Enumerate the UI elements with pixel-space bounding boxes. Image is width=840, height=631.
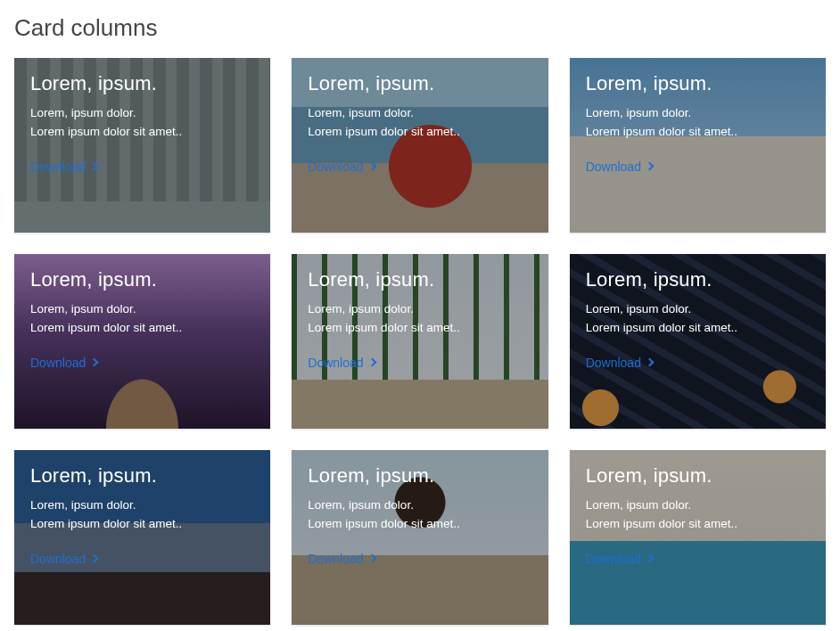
- chevron-right-icon: [90, 554, 99, 563]
- card-2: Lorem, ipsum. Lorem, ipsum dolor. Lorem …: [292, 58, 548, 233]
- card-8: Lorem, ipsum. Lorem, ipsum dolor. Lorem …: [292, 450, 548, 625]
- card-text-line-1: Lorem, ipsum dolor.: [308, 496, 531, 515]
- chevron-right-icon: [645, 162, 654, 171]
- card-3: Lorem, ipsum. Lorem, ipsum dolor. Lorem …: [570, 58, 826, 233]
- download-link[interactable]: Download: [586, 160, 653, 174]
- card-text-line-1: Lorem, ipsum dolor.: [308, 104, 531, 123]
- card-content: Lorem, ipsum. Lorem, ipsum dolor. Lorem …: [570, 450, 826, 581]
- chevron-right-icon: [367, 162, 376, 171]
- card-content: Lorem, ipsum. Lorem, ipsum dolor. Lorem …: [570, 254, 826, 385]
- card-5: Lorem, ipsum. Lorem, ipsum dolor. Lorem …: [292, 254, 548, 429]
- download-link-label: Download: [586, 356, 641, 370]
- download-link-label: Download: [308, 552, 363, 566]
- card-title: Lorem, ipsum.: [30, 72, 254, 95]
- download-link[interactable]: Download: [30, 552, 97, 566]
- card-title: Lorem, ipsum.: [586, 72, 810, 95]
- card-text-line-2: Lorem ipsum dolor sit amet..: [308, 515, 531, 534]
- chevron-right-icon: [645, 554, 654, 563]
- download-link[interactable]: Download: [30, 356, 97, 370]
- card-4: Lorem, ipsum. Lorem, ipsum dolor. Lorem …: [14, 254, 270, 429]
- download-link-label: Download: [308, 160, 363, 174]
- card-text-line-1: Lorem, ipsum dolor.: [586, 104, 810, 123]
- download-link-label: Download: [586, 160, 641, 174]
- card-text-line-1: Lorem, ipsum dolor.: [586, 300, 810, 319]
- card-text-line-2: Lorem ipsum dolor sit amet..: [586, 319, 810, 338]
- card-content: Lorem, ipsum. Lorem, ipsum dolor. Lorem …: [292, 254, 548, 385]
- card-content: Lorem, ipsum. Lorem, ipsum dolor. Lorem …: [14, 450, 270, 581]
- card-grid: Lorem, ipsum. Lorem, ipsum dolor. Lorem …: [11, 58, 829, 625]
- card-title: Lorem, ipsum.: [30, 268, 254, 291]
- download-link[interactable]: Download: [586, 552, 653, 566]
- card-text-line-1: Lorem, ipsum dolor.: [308, 300, 531, 319]
- card-7: Lorem, ipsum. Lorem, ipsum dolor. Lorem …: [14, 450, 270, 625]
- card-content: Lorem, ipsum. Lorem, ipsum dolor. Lorem …: [14, 58, 270, 189]
- download-link-label: Download: [30, 160, 86, 174]
- card-text-line-1: Lorem, ipsum dolor.: [586, 496, 810, 515]
- card-9: Lorem, ipsum. Lorem, ipsum dolor. Lorem …: [570, 450, 826, 625]
- card-text-line-2: Lorem ipsum dolor sit amet..: [308, 319, 531, 338]
- card-text-line-2: Lorem ipsum dolor sit amet..: [586, 123, 810, 142]
- chevron-right-icon: [90, 358, 99, 367]
- download-link[interactable]: Download: [586, 356, 653, 370]
- chevron-right-icon: [90, 162, 99, 171]
- card-text-line-2: Lorem ipsum dolor sit amet..: [30, 319, 254, 338]
- card-title: Lorem, ipsum.: [30, 464, 254, 488]
- card-text-line-2: Lorem ipsum dolor sit amet..: [586, 515, 810, 534]
- chevron-right-icon: [645, 358, 654, 367]
- card-content: Lorem, ipsum. Lorem, ipsum dolor. Lorem …: [292, 58, 548, 189]
- card-title: Lorem, ipsum.: [308, 268, 531, 291]
- download-link[interactable]: Download: [30, 160, 97, 174]
- card-content: Lorem, ipsum. Lorem, ipsum dolor. Lorem …: [570, 58, 826, 189]
- page-title: Card columns: [14, 14, 829, 42]
- download-link[interactable]: Download: [308, 356, 375, 370]
- card-1: Lorem, ipsum. Lorem, ipsum dolor. Lorem …: [14, 58, 270, 233]
- card-text-line-2: Lorem ipsum dolor sit amet..: [308, 123, 531, 142]
- card-text-line-2: Lorem ipsum dolor sit amet..: [30, 123, 254, 142]
- card-text-line-1: Lorem, ipsum dolor.: [30, 496, 254, 515]
- download-link-label: Download: [30, 552, 86, 566]
- download-link[interactable]: Download: [308, 552, 375, 566]
- download-link-label: Download: [308, 356, 363, 370]
- download-link-label: Download: [586, 552, 641, 566]
- card-title: Lorem, ipsum.: [586, 268, 810, 291]
- chevron-right-icon: [367, 358, 376, 367]
- card-text-line-2: Lorem ipsum dolor sit amet..: [30, 515, 254, 534]
- card-text-line-1: Lorem, ipsum dolor.: [30, 104, 254, 123]
- card-content: Lorem, ipsum. Lorem, ipsum dolor. Lorem …: [14, 254, 270, 385]
- card-title: Lorem, ipsum.: [308, 464, 531, 488]
- card-content: Lorem, ipsum. Lorem, ipsum dolor. Lorem …: [292, 450, 548, 581]
- card-6: Lorem, ipsum. Lorem, ipsum dolor. Lorem …: [570, 254, 826, 429]
- download-link[interactable]: Download: [308, 160, 375, 174]
- download-link-label: Download: [30, 356, 86, 370]
- card-title: Lorem, ipsum.: [586, 464, 810, 488]
- chevron-right-icon: [367, 554, 376, 563]
- card-title: Lorem, ipsum.: [308, 72, 531, 95]
- card-text-line-1: Lorem, ipsum dolor.: [30, 300, 254, 319]
